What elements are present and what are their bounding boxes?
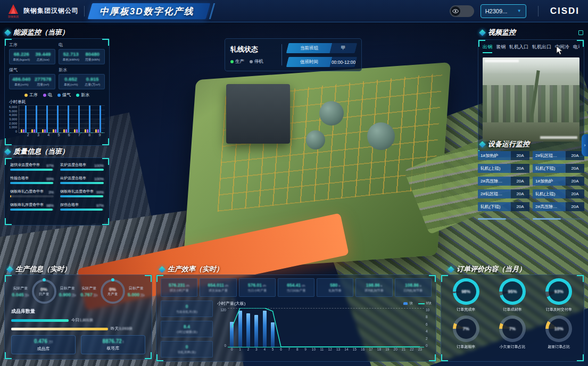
shift-dropdown[interactable]: H2309... ▼: [481, 4, 526, 18]
equipment-row[interactable]: 2#高压除… 20A: [478, 177, 529, 186]
bar-工序: [85, 129, 86, 132]
bar-电: [23, 129, 24, 132]
status-info-button[interactable]: 值班时间 00:00-12:00: [286, 57, 358, 67]
bar-工序: [74, 129, 76, 132]
bar-新水: [27, 132, 29, 133]
company-logo: 陕钢集团: [7, 4, 19, 18]
bar-电: [44, 129, 46, 132]
equipment-row[interactable]: 轧机(上辊) 20A: [478, 164, 529, 173]
quality-label: 钢板终轧温度命中率: [60, 189, 94, 194]
quality-label: 性能合格率: [10, 176, 29, 181]
legend-item: 煤气: [57, 92, 71, 98]
quality-percent: 97%: [96, 204, 104, 207]
store-title: 成品库数量: [11, 308, 145, 315]
video-tab-出钢[interactable]: 出钢: [483, 44, 492, 53]
quality-percent: 100%: [94, 164, 104, 168]
bar-煤气: [25, 105, 27, 132]
status-info-button[interactable]: 当前班组 甲: [286, 43, 358, 53]
donut-value: 98%: [453, 278, 479, 305]
diamond-icon: [4, 148, 11, 155]
cisdi-logo: CISDI: [550, 6, 579, 16]
equipment-scrollbars: [478, 218, 584, 220]
efficiency-tile: 580 s 轧制节奏: [317, 278, 353, 297]
quality-panel-title: 质量信息（当班）: [5, 147, 69, 156]
energy-value-label: 单耗(kgce/t): [12, 57, 31, 62]
diamond-icon: [4, 29, 11, 36]
panel-collapse-arrow[interactable]: ›: [582, 134, 588, 156]
bar-电: [97, 129, 99, 132]
video-tab-电动辊道[interactable]: 电动辊道: [573, 44, 579, 53]
equipment-name: 轧机(下辊): [478, 202, 510, 211]
production-gauge: 实际产量 0.767 万t 0% 月产量 目标产量 5.000 万t: [80, 279, 145, 304]
header-divider: [84, 6, 85, 16]
equipment-row[interactable]: 2#高压除… 20A: [533, 202, 584, 211]
energy-group: 电 52.713 单耗(kWh/t) 80480 用量(kWh): [59, 42, 105, 64]
store-box-板坯库[interactable]: 8876.72 t 板坯库: [81, 335, 145, 354]
video-tab-轧机出口[interactable]: 轧机出口: [532, 44, 551, 53]
equipment-name: 1#加热炉: [478, 151, 510, 160]
efficiency-tile: 654.011 t/h 班次目标产量: [200, 278, 236, 297]
quality-label: 钢板终轧厚度命中率: [10, 202, 44, 207]
bar-电: [34, 129, 35, 132]
legend-item: 新水: [76, 92, 89, 98]
hour-chart: 小时产量(大板) 块 t/块 1200: [217, 301, 432, 357]
efficiency-side-tile: 0 当前在轧坯(块): [161, 301, 213, 317]
camera-osd-text: [540, 136, 577, 139]
energy-value: 68.226: [12, 51, 31, 57]
equipment-name: 轧机(上辊): [478, 164, 510, 173]
hour-chart-line: [228, 308, 424, 347]
store-box-成品库[interactable]: 0.476 万t 成品库: [11, 335, 76, 354]
legend-dot: [57, 94, 61, 97]
quality-percent: 99%: [46, 177, 54, 181]
equipment-row[interactable]: 2#轧区辊… 20A: [478, 189, 529, 198]
donut-label: 订单成材率: [503, 307, 521, 312]
divider: [281, 44, 282, 65]
status-button-label: 当前班组: [300, 45, 318, 51]
equipment-row[interactable]: 1#加热炉 20A: [478, 151, 529, 160]
equipment-name: 轧机(下辊): [533, 164, 565, 173]
equipment-row[interactable]: 轧机(下辊) 20A: [478, 202, 529, 211]
bar-电: [55, 129, 56, 132]
shift-dropdown-value: H2309...: [485, 8, 508, 14]
equipment-name: 1#加热炉: [533, 177, 565, 186]
scrollbar[interactable]: [478, 218, 529, 220]
bar-新水: [38, 132, 39, 133]
banner-streak: [209, 3, 215, 19]
energy-bar-group: [73, 105, 84, 132]
video-tab-轧机入口[interactable]: 轧机入口: [509, 44, 528, 53]
expand-icon[interactable]: [578, 30, 583, 35]
cctv-video-feed[interactable]: [483, 57, 579, 142]
status-button-value: 00:00-12:00: [332, 59, 355, 64]
order-donut: 7% 订单超期率: [443, 315, 488, 350]
energy-value: 0.652: [61, 76, 81, 82]
bar-新水: [48, 132, 50, 133]
page-title: 中厚板3D数字化产线: [100, 5, 194, 17]
visibility-toggle[interactable]: [450, 5, 474, 17]
logo-mountain-icon: [7, 4, 19, 14]
efficiency-tile: 198.86 s 班均轧制节奏: [355, 278, 392, 297]
equipment-row[interactable]: 轧机(上辊) 20A: [533, 189, 584, 198]
progress-ring: 0% 日产量: [32, 279, 56, 304]
equipment-value: 20A: [510, 189, 529, 198]
equipment-row[interactable]: 2#轧区辊… 20A: [533, 151, 584, 160]
equipment-row[interactable]: 轧机(下辊) 20A: [533, 164, 584, 173]
efficiency-side-tile: 8.4 小时过钢量(块): [161, 321, 213, 337]
equipment-row[interactable]: 1#加热炉 20A: [533, 177, 584, 186]
energy-value-label: 总耗(tce): [34, 57, 53, 62]
bar-电: [76, 129, 78, 132]
bar-工序: [31, 129, 33, 132]
quality-label: 探伤合格率: [60, 202, 79, 207]
diamond-icon: [6, 266, 13, 273]
efficiency-tile: 654.41 t/h 当日目标产量: [278, 278, 314, 297]
production-gauge: 实际产量 0.045 万t 0% 日产量 目标产量 0.900 万t: [11, 279, 77, 304]
equipment-value: 20A: [565, 164, 584, 173]
video-tab-装钢[interactable]: 装钢: [496, 44, 506, 53]
energy-value: 52.713: [61, 51, 81, 57]
equipment-panel-title: 设备运行监控: [480, 139, 529, 149]
equipment-value: 20A: [510, 164, 529, 173]
energy-value-label: 单耗(m³/t): [12, 82, 31, 87]
order-donut: 93% 订单及时交付率: [536, 278, 582, 312]
chart-legend-item: 块: [403, 301, 413, 306]
scrollbar[interactable]: [533, 218, 584, 220]
energy-group-name: 电: [59, 42, 105, 48]
